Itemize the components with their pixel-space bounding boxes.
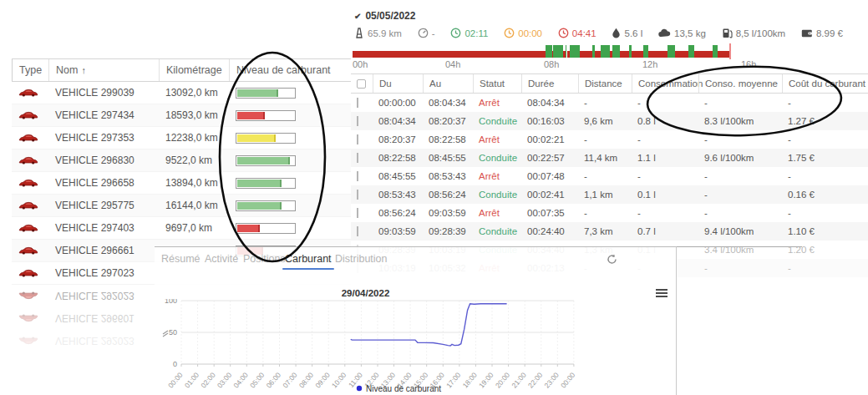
row-checkbox[interactable] [357, 153, 358, 163]
timeline-segment-conduite [546, 45, 552, 58]
tab-rsum[interactable]: Résumé [161, 253, 201, 265]
timeline-tick-label: 04h [445, 59, 460, 69]
vehicle-row[interactable]: VEHICLE 296658 13894,0 km [12, 172, 351, 195]
column-header-niveau-carburant[interactable]: Niveau de carburant [229, 59, 351, 81]
column-header-fuel-label: Niveau de carburant [236, 64, 331, 76]
trip-distance: 7,3 km [578, 226, 632, 236]
stat-value: 04:41 [572, 28, 596, 38]
trip-au: 08:22:58 [423, 134, 473, 144]
tab-positions[interactable]: Positions [243, 253, 286, 265]
fuel-level-chart: 05010000:0001:0002:0003:0004:0005:0006:0… [155, 299, 677, 395]
row-checkbox[interactable] [357, 190, 358, 200]
selected-date[interactable]: ✔ 05/05/2022 [354, 10, 855, 22]
row-checkbox[interactable] [357, 116, 358, 126]
timeline-segment-conduite [601, 45, 610, 58]
trip-row[interactable]: 08:04:34 08:20:37 Conduite 00:16:03 9,6 … [351, 112, 868, 130]
tab-carburant[interactable]: Carburant [285, 253, 332, 265]
trip-cout: - [782, 98, 868, 108]
vehicle-row[interactable]: VEHICLE 297434 18593,0 km [12, 104, 351, 127]
svg-text:01:00: 01:00 [183, 371, 201, 390]
trip-row[interactable]: 08:56:24 09:03:59 Arrêt 00:07:35 - - - - [351, 204, 868, 222]
stat-value: 65.9 km [368, 28, 402, 38]
row-checkbox[interactable] [357, 208, 358, 218]
vehicle-row[interactable]: VEHICLE 295775 16144,0 km [12, 195, 351, 217]
fuel-level-line [351, 304, 507, 346]
trip-au: 09:03:59 [423, 208, 473, 218]
column-header-conso-moyenne[interactable]: Conso. moyenne [698, 74, 782, 93]
svg-text:23:00: 23:00 [542, 371, 561, 390]
column-header-consommation[interactable]: Consommation [632, 74, 698, 93]
trip-consommation: - [632, 98, 698, 108]
trip-row[interactable]: 08:20:37 08:22:58 Arrêt 00:02:21 - - - - [351, 130, 868, 149]
car-icon [18, 200, 48, 210]
trip-du: 08:04:34 [373, 116, 423, 126]
timeline-tick-label: 00h [353, 59, 368, 69]
trip-consommation: - [632, 208, 698, 218]
trip-cout: - [782, 134, 868, 144]
trip-statut: Arrêt [473, 98, 521, 108]
column-header-duree[interactable]: Durée [521, 74, 578, 93]
vehicle-kilometrage: 16144,0 km [165, 200, 218, 211]
hamburger-menu-icon[interactable] [656, 289, 667, 299]
refresh-icon[interactable] [606, 253, 619, 266]
trip-consommation: 0.7 l [632, 226, 698, 236]
timeline-tick-label: 16h [741, 59, 756, 69]
sort-ascending-icon: ↑ [81, 65, 86, 75]
column-header-distance[interactable]: Distance [578, 74, 632, 93]
trip-statut: Conduite [473, 190, 521, 200]
trip-row[interactable]: 08:22:58 08:45:55 Conduite 00:22:57 11,4… [351, 149, 868, 167]
vehicle-kilometrage: 9697,0 km [165, 222, 212, 234]
distance-icon [354, 28, 364, 38]
timeline-segment-conduite [553, 45, 563, 58]
fuel-level-bar [236, 200, 351, 211]
trip-distance: - [578, 208, 632, 218]
trip-row[interactable]: 08:53:43 08:56:24 Conduite 00:02:41 1,1 … [351, 185, 868, 204]
trip-row[interactable]: 09:03:59 09:28:39 Conduite 00:24:40 7,3 … [351, 222, 868, 241]
row-checkbox[interactable] [357, 171, 358, 181]
column-header-du[interactable]: Du [373, 74, 423, 93]
trip-statut: Conduite [473, 153, 521, 163]
fuel-level-bar [236, 133, 351, 144]
tab-distribution[interactable]: Distribution [335, 253, 388, 265]
timeline-segment-arret [580, 51, 591, 58]
trip-cout: 0.16 € [782, 190, 868, 200]
vehicle-name: VEHICLE 297023 [55, 267, 135, 279]
timeline-segment-arret [694, 51, 713, 58]
column-header-nom[interactable]: Nom↑ [48, 59, 159, 81]
trip-row[interactable]: 00:00:00 08:04:34 Arrêt 08:04:34 - - - - [351, 94, 868, 112]
trip-cout: 1.75 € [782, 153, 868, 163]
trip-conso-moyenne: - [698, 134, 782, 144]
timeline-segment-arret [675, 51, 688, 58]
column-header-au[interactable]: Au [423, 74, 473, 93]
chart-title: 29/04/2022 [155, 288, 576, 298]
vehicle-row[interactable]: VEHICLE 299039 13092,0 km [12, 82, 351, 104]
trip-row[interactable]: 08:45:55 08:53:43 Arrêt 00:07:48 - - - - [351, 167, 868, 185]
clock-icon [558, 28, 569, 38]
trip-au: 08:53:43 [423, 171, 473, 181]
column-header-kilometrage[interactable]: Kilométrage [159, 59, 229, 81]
svg-text:20:00: 20:00 [494, 371, 512, 390]
trip-consommation: - [632, 171, 698, 181]
column-header-statut[interactable]: Statut [473, 74, 521, 93]
row-checkbox[interactable] [357, 226, 358, 236]
select-all-checkbox[interactable] [357, 79, 366, 89]
vehicle-kilometrage: 9522,0 km [165, 154, 212, 166]
row-checkbox[interactable] [357, 98, 358, 108]
vehicle-row[interactable]: VEHICLE 297353 12238,0 km [12, 127, 351, 149]
clock-icon [504, 28, 515, 38]
summary-stat: 65.9 km [354, 28, 402, 38]
trip-du: 08:56:24 [373, 208, 423, 218]
column-header-type[interactable]: Type [12, 59, 48, 81]
trip-distance: - [578, 171, 632, 181]
vehicle-row[interactable]: VEHICLE 296830 9522,0 km [12, 149, 351, 172]
row-checkbox[interactable] [357, 134, 358, 144]
vehicle-name: VEHICLE 296830 [55, 154, 135, 166]
tab-activit[interactable]: Activité [205, 253, 238, 265]
car-icon [18, 246, 48, 256]
timeline-segment-conduite [612, 45, 619, 58]
svg-text:10:00: 10:00 [330, 371, 348, 390]
svg-text:00:00: 00:00 [559, 371, 577, 390]
chart-legend[interactable]: Niveau de carburant [357, 384, 441, 393]
vehicle-row[interactable]: VEHICLE 297403 9697,0 km [12, 217, 351, 240]
column-header-cout-carburant[interactable]: Coût du carburant [782, 74, 868, 93]
